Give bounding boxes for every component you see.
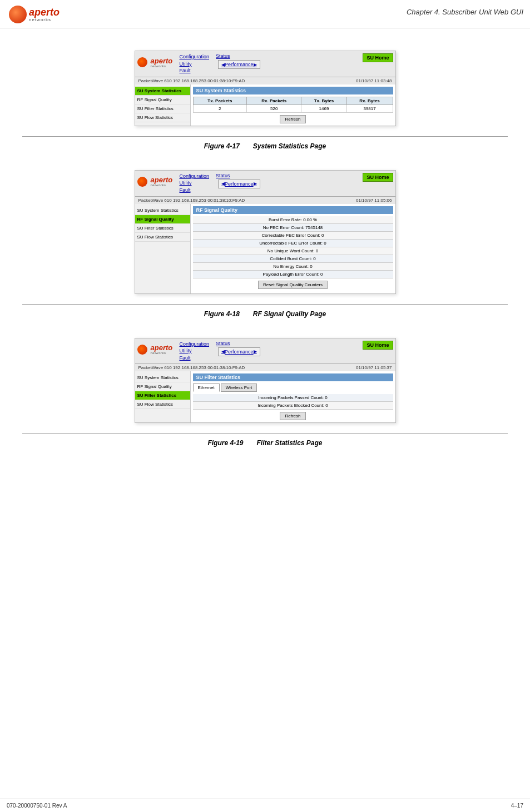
- logo-networks: networks: [29, 17, 60, 22]
- ss-17-info-bar: PacketWave 610 192.168.168.253 00:01:38:…: [135, 77, 395, 84]
- ss-19-info-right: 01/10/97 11:05:37: [356, 365, 392, 370]
- ss-19-sidebar-item-3[interactable]: SU Flow Statistics: [135, 400, 190, 409]
- ss-17-performance-label: Performance: [225, 62, 254, 67]
- ss-18-sidebar-item-3[interactable]: SU Flow Statistics: [135, 233, 190, 242]
- ss-18-body: SU System Statistics RF Signal Quality S…: [135, 204, 395, 293]
- ss-19-su-home-btn[interactable]: SU Home: [363, 341, 393, 350]
- ss-18-row-5: Collided Burst Count: 0: [193, 255, 393, 263]
- ss-19-tab-bar: Ethernet Wireless Port: [193, 383, 393, 392]
- figure-18-label: Figure 4-18: [204, 310, 240, 318]
- ss-17-sidebar: SU System Statistics RF Signal Quality S…: [135, 84, 191, 126]
- ss-19-sidebar-item-0[interactable]: SU System Statistics: [135, 373, 190, 382]
- ss-19-row-0: Incoming Packets Passed Count: 0: [193, 394, 393, 402]
- ss-logo-networks: networks: [151, 64, 166, 68]
- ss-17-th-1: Rx. Packets: [247, 97, 301, 104]
- ss-18-info-left: PacketWave 610 192.168.168.253 00:01:38:…: [138, 198, 245, 203]
- ss-18-reset-btn[interactable]: Reset Signal Quality Counters: [258, 281, 328, 289]
- ss-18-su-home-btn[interactable]: SU Home: [363, 173, 393, 182]
- ss-18-config-link[interactable]: Configuration: [180, 173, 210, 180]
- figure-19-screenshot: aperto networks Configuration Utility Fa…: [135, 338, 396, 424]
- page-content: aperto networks Configuration Utility Fa…: [0, 28, 530, 472]
- ss-18-section-title: RF Signal Quality: [193, 206, 393, 214]
- ss-19-utility-link[interactable]: Utility: [180, 347, 210, 355]
- ss-19-body: SU System Statistics RF Signal Quality S…: [135, 371, 395, 422]
- ss-logo-circle-icon: [137, 57, 147, 67]
- ss-19-sidebar-item-1[interactable]: RF Signal Quality: [135, 382, 190, 391]
- ss-19-refresh-btn[interactable]: Refresh: [280, 412, 305, 420]
- ss-19-main: SU Filter Statistics Ethernet Wireless P…: [191, 371, 395, 422]
- ss-18-info-bar: PacketWave 610 192.168.168.253 00:01:38:…: [135, 197, 395, 204]
- chapter-title: Chapter 4. Subscriber Unit Web GUI: [407, 3, 523, 16]
- ss-18-sidebar: SU System Statistics RF Signal Quality S…: [135, 204, 191, 293]
- ss-19-logo-circle-icon: [137, 345, 147, 355]
- ss-19-sidebar-item-2[interactable]: SU Filter Statistics: [135, 391, 190, 400]
- figure-18-block: aperto networks Configuration Utility Fa…: [22, 170, 508, 327]
- ss-18-logo-networks: networks: [151, 183, 166, 187]
- ss-19-logo-networks: networks: [151, 351, 166, 355]
- figure-17-label: Figure 4-17: [204, 142, 240, 150]
- ss-19-performance-tab[interactable]: ◀ Performance ▶: [218, 347, 260, 356]
- figure-19-block: aperto networks Configuration Utility Fa…: [22, 338, 508, 456]
- ss-18-status-link[interactable]: Status: [216, 173, 260, 178]
- ss-19-tab-wireless[interactable]: Wireless Port: [221, 383, 257, 392]
- ss-18-sidebar-item-0[interactable]: SU System Statistics: [135, 206, 190, 215]
- ss-17-td-0: 2: [193, 104, 247, 112]
- ss-17-utility-link[interactable]: Utility: [180, 61, 210, 68]
- ss-19-sidebar: SU System Statistics RF Signal Quality S…: [135, 371, 191, 422]
- ss-19-navbar: aperto networks Configuration Utility Fa…: [135, 338, 395, 365]
- ss-18-logo-aperto: aperto: [151, 176, 173, 183]
- ss-17-sidebar-item-3[interactable]: SU Flow Statistics: [135, 113, 190, 122]
- ss-17-sidebar-item-2[interactable]: SU Filter Statistics: [135, 104, 190, 113]
- ss-19-fault-link[interactable]: Fault: [180, 355, 210, 362]
- ss-19-status-link[interactable]: Status: [216, 341, 260, 346]
- ss-17-config-link[interactable]: Configuration: [180, 53, 210, 61]
- ss-17-info-right: 01/10/97 11:03:48: [356, 78, 392, 83]
- figure-17-title: System Statistics Page: [253, 142, 326, 150]
- ss-18-logo: aperto networks: [137, 172, 175, 192]
- ss-17-sidebar-item-0[interactable]: SU System Statistics: [135, 87, 190, 96]
- ss-18-row-2: Correctable FEC Error Count: 0: [193, 232, 393, 240]
- ss-19-nav-links: Configuration Utility Fault: [175, 340, 214, 363]
- figure-17-caption: Figure 4-17 System Statistics Page: [204, 140, 326, 159]
- ss-19-config-link[interactable]: Configuration: [180, 341, 210, 348]
- ss-19-tab-ethernet[interactable]: Ethernet: [193, 383, 220, 392]
- ss-18-sidebar-item-1[interactable]: RF Signal Quality: [135, 215, 190, 224]
- ss-17-nav-links: Configuration Utility Fault: [175, 52, 214, 76]
- ss-17-refresh-btn[interactable]: Refresh: [280, 115, 305, 123]
- logo-aperto: aperto: [29, 7, 60, 17]
- ss-logo-aperto: aperto: [151, 57, 173, 64]
- ss-18-performance-tab[interactable]: ◀ Performance ▶: [218, 180, 260, 188]
- ss-17-info-left: PacketWave 610 192.168.168.253 00:01:38:…: [138, 78, 245, 83]
- page-footer: 070-20000750-01 Rev A 4–17: [0, 799, 530, 812]
- ss-18-sidebar-item-2[interactable]: SU Filter Statistics: [135, 224, 190, 233]
- ss-17-su-home-btn[interactable]: SU Home: [363, 53, 393, 62]
- figure-18-divider: [22, 304, 508, 305]
- ss-17-performance-tab[interactable]: ◀ Performance ▶: [218, 60, 260, 69]
- figure-18-caption: Figure 4-18 RF Signal Quality Page: [204, 308, 326, 327]
- ss-17-th-3: Rx. Bytes: [346, 97, 393, 104]
- ss-19-logo: aperto networks: [137, 340, 175, 360]
- ss-17-fault-link[interactable]: Fault: [180, 67, 210, 74]
- figure-18-screenshot: aperto networks Configuration Utility Fa…: [135, 170, 396, 294]
- ss-18-navbar: aperto networks Configuration Utility Fa…: [135, 171, 395, 197]
- ss-17-navbar: aperto networks Configuration Utility Fa…: [135, 51, 395, 77]
- page-header: aperto networks Chapter 4. Subscriber Un…: [0, 0, 530, 28]
- ss-18-utility-link[interactable]: Utility: [180, 180, 210, 187]
- ss-17-sidebar-item-1[interactable]: RF Signal Quality: [135, 96, 190, 104]
- ss-17-status-link[interactable]: Status: [216, 53, 260, 59]
- ss-19-info-left: PacketWave 610 192.168.168.253 00:01:38:…: [138, 365, 245, 370]
- ss-17-th-0: Tx. Packets: [193, 97, 247, 104]
- ss-18-main: RF Signal Quality Burst Error Rate: 0.00…: [191, 204, 395, 293]
- figure-17-screenshot: aperto networks Configuration Utility Fa…: [135, 51, 396, 126]
- figure-19-caption: Figure 4-19 Filter Statistics Page: [207, 437, 322, 456]
- logo-circle-icon: [9, 6, 27, 23]
- figure-17-block: aperto networks Configuration Utility Fa…: [22, 51, 508, 159]
- ss-17-logo: aperto networks: [137, 52, 175, 72]
- ss-19-row-1: Incoming Packets Blocked Count: 0: [193, 402, 393, 410]
- ss-19-logo-aperto: aperto: [151, 344, 173, 351]
- figure-17-divider: [22, 136, 508, 137]
- ss-18-fault-link[interactable]: Fault: [180, 187, 210, 194]
- ss-18-row-7: Payload Length Error Count: 0: [193, 271, 393, 278]
- ss-17-th-2: Tx. Bytes: [301, 97, 346, 104]
- ss-18-performance-label: Performance: [225, 181, 254, 187]
